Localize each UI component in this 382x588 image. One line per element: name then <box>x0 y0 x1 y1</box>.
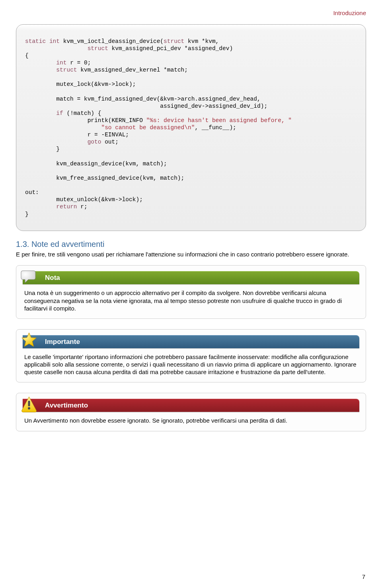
svg-rect-0 <box>28 401 30 406</box>
code-content: static int kvm_vm_ioctl_deassign_device(… <box>25 38 357 218</box>
admonition-warning-title: Avvertimento <box>23 399 359 412</box>
admonition-warning: Avvertimento Un Avvertimento non dovrebb… <box>16 393 366 431</box>
code-block: static int kvm_vm_ioctl_deassign_device(… <box>16 24 366 231</box>
warning-triangle-icon <box>20 395 38 413</box>
svg-point-1 <box>28 407 30 409</box>
admonition-note: Nota Una nota è un suggerimento o un app… <box>16 265 366 319</box>
admonition-important: Importante Le caselle 'importante' ripor… <box>16 329 366 383</box>
page-header: Introduzione <box>16 10 366 16</box>
speech-bubble-icon <box>20 268 38 285</box>
admonition-important-title: Importante <box>23 335 359 348</box>
section-paragraph: E per finire, tre stili vengono usati pe… <box>16 250 366 258</box>
section-heading: 1.3. Note ed avvertimenti <box>16 240 366 249</box>
admonition-important-body: Le caselle 'importante' riportano inform… <box>16 352 366 382</box>
admonition-warning-body: Un Avvertimento non dovrebbe essere igno… <box>16 416 366 431</box>
page-number: 7 <box>362 573 365 580</box>
star-icon <box>20 332 38 349</box>
admonition-note-body: Una nota è un suggerimento o un approcci… <box>16 288 366 318</box>
admonition-note-title: Nota <box>23 271 359 284</box>
